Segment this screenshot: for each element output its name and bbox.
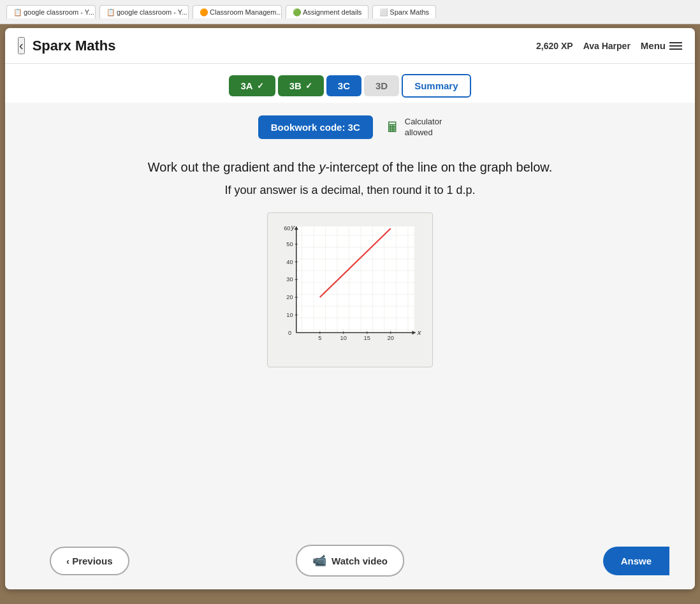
tab-label-3: Classroom Managem... [210, 8, 282, 16]
menu-button[interactable]: Menu [641, 40, 682, 51]
tab-3c[interactable]: 3C [326, 75, 361, 96]
svg-text:0: 0 [288, 330, 291, 336]
svg-text:20: 20 [286, 294, 293, 300]
bottom-bar: ‹ Previous 📹 Watch video Answe [31, 545, 669, 577]
app-title: Sparx Maths [33, 38, 116, 54]
tab-3b-check: ✓ [305, 81, 312, 91]
svg-text:x: x [417, 328, 421, 336]
tab-3a-label: 3A [240, 80, 252, 91]
question-line2: If your answer is a decimal, then round … [224, 184, 475, 197]
menu-label: Menu [641, 40, 666, 51]
browser-tab-2[interactable]: 📋 google classroom - Y... [99, 5, 189, 18]
browser-tab-5[interactable]: ⬜ Sparx Maths [372, 5, 436, 18]
svg-text:5: 5 [318, 335, 321, 341]
svg-text:30: 30 [286, 276, 293, 283]
tab-3b-label: 3B [289, 80, 302, 91]
header-right: 2,620 XP Ava Harper Menu [536, 40, 682, 51]
tab-icon-4: 🟢 [293, 8, 300, 16]
tab-3a[interactable]: 3A ✓ [229, 75, 275, 96]
user-name: Ava Harper [583, 41, 631, 51]
watch-video-label: Watch video [332, 556, 388, 566]
tab-3b[interactable]: 3B ✓ [278, 75, 324, 96]
tab-navigation: 3A ✓ 3B ✓ 3C 3D Summary [5, 64, 695, 103]
app-header: ‹ Sparx Maths 2,620 XP Ava Harper Menu [5, 28, 695, 64]
tab-3d-label: 3D [376, 80, 388, 91]
calculator-info: 🖩 Calculator allowed [386, 117, 442, 138]
browser-chrome: 📋 google classroom - Y... 📋 google class… [0, 0, 700, 24]
bookwork-code-button[interactable]: Bookwork code: 3C [258, 115, 373, 139]
calculator-text: Calculator allowed [405, 117, 442, 138]
answer-button[interactable]: Answe [603, 547, 669, 575]
tab-icon-1: 📋 [13, 8, 21, 16]
calculator-label: Calculator [405, 117, 442, 128]
previous-button[interactable]: ‹ Previous [50, 547, 129, 575]
tab-3c-label: 3C [338, 80, 350, 91]
svg-text:15: 15 [364, 335, 370, 341]
tab-label-2: google classroom - Y... [117, 8, 187, 16]
svg-text:20: 20 [388, 335, 394, 341]
graph-container: y x 0 10 20 30 40 50 60 5 [267, 212, 433, 367]
watch-video-button[interactable]: 📹 Watch video [296, 545, 404, 577]
previous-label: ‹ Previous [66, 556, 113, 566]
graph-svg: y x 0 10 20 30 40 50 60 5 [278, 223, 422, 354]
browser-tab-3[interactable]: 🟠 Classroom Managem... [193, 5, 282, 18]
bookwork-code-label: Bookwork code: 3C [271, 122, 360, 133]
tab-3d[interactable]: 3D [364, 75, 399, 96]
calculator-sub: allowed [405, 128, 442, 138]
calculator-icon: 🖩 [386, 119, 400, 136]
tab-summary[interactable]: Summary [402, 74, 470, 98]
hamburger-icon [669, 42, 682, 50]
main-content: Bookwork code: 3C 🖩 Calculator allowed W… [5, 103, 695, 589]
tab-label-4: Assignment details [303, 8, 361, 16]
svg-text:10: 10 [340, 335, 347, 341]
answer-label: Answe [621, 556, 652, 566]
tab-icon-2: 📋 [106, 8, 114, 16]
xp-badge: 2,620 XP [536, 41, 573, 51]
browser-tab-1[interactable]: 📋 google classroom - Y... [6, 5, 96, 18]
video-icon: 📹 [312, 554, 326, 568]
svg-text:y: y [291, 223, 296, 231]
tab-icon-3: 🟠 [200, 8, 207, 16]
tab-3a-check: ✓ [257, 81, 264, 91]
tab-icon-5: ⬜ [379, 8, 387, 16]
browser-tab-4[interactable]: 🟢 Assignment details [286, 5, 368, 18]
svg-text:40: 40 [286, 259, 293, 265]
svg-text:50: 50 [286, 241, 293, 247]
svg-text:10: 10 [286, 312, 293, 318]
back-button[interactable]: ‹ [18, 37, 25, 54]
app-container: ‹ Sparx Maths 2,620 XP Ava Harper Menu 3… [5, 28, 695, 589]
bookwork-bar: Bookwork code: 3C 🖩 Calculator allowed [258, 115, 442, 139]
tab-label-1: google classroom - Y... [24, 8, 94, 16]
svg-text:60: 60 [284, 225, 290, 232]
svg-rect-1 [296, 226, 414, 332]
question-line1: Work out the gradient and the y-intercep… [148, 157, 553, 177]
tab-summary-label: Summary [414, 80, 458, 91]
tab-label-5: Sparx Maths [390, 8, 429, 16]
